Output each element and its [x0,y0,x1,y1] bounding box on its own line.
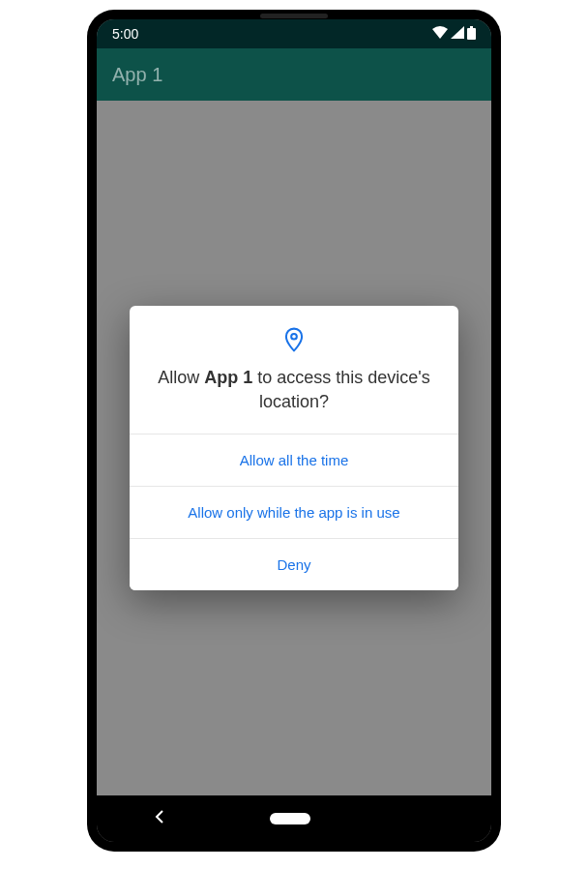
dialog-header: Allow App 1 to access this device's loca… [130,306,458,434]
dialog-title: Allow App 1 to access this device's loca… [153,366,435,414]
home-button[interactable] [270,813,310,824]
navigation-bar [97,795,491,842]
phone-frame: 5:00 App 1 [87,10,501,852]
app-bar: App 1 [97,48,491,101]
allow-always-button[interactable]: Allow all the time [130,434,458,486]
svg-rect-1 [470,26,473,28]
status-icons [432,26,476,43]
app-title: App 1 [112,64,162,86]
dialog-title-app-name: App 1 [204,368,252,387]
phone-screen: 5:00 App 1 [97,19,491,842]
permission-dialog: Allow App 1 to access this device's loca… [130,306,458,590]
clock: 5:00 [112,26,138,42]
deny-button[interactable]: Deny [130,538,458,590]
signal-icon [451,26,464,42]
phone-speaker [260,14,328,18]
battery-icon [467,26,476,43]
dialog-title-prefix: Allow [158,368,204,387]
svg-rect-0 [467,28,476,40]
location-icon [283,327,305,352]
svg-point-2 [291,334,297,340]
dialog-title-suffix: to access this device's location? [252,368,430,411]
content-area: Allow App 1 to access this device's loca… [97,101,491,795]
status-bar: 5:00 [97,19,491,48]
back-button[interactable] [155,809,164,829]
allow-in-use-button[interactable]: Allow only while the app is in use [130,486,458,538]
wifi-icon [432,26,448,42]
